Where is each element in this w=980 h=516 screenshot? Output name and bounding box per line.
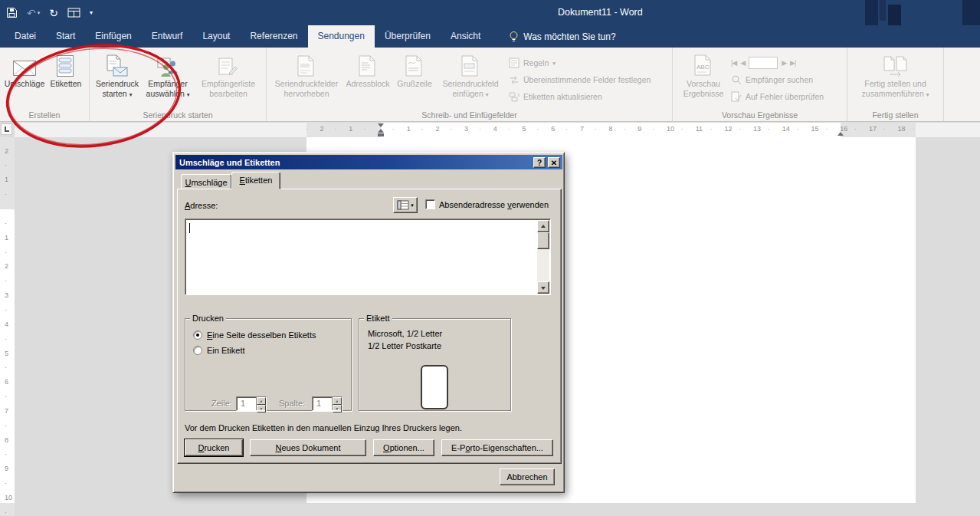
single-label-radio[interactable]: Ein Etikett	[193, 346, 245, 355]
dialog-tab-etiketten[interactable]: Etiketten	[231, 172, 280, 189]
tab-selector[interactable]	[1, 123, 12, 135]
dialog-titlebar[interactable]: Umschläge und Etiketten ? ✕	[175, 155, 562, 169]
etiketten-button[interactable]: Etiketten	[46, 49, 86, 106]
tab-ansicht[interactable]: Ansicht	[441, 25, 490, 48]
tell-me-box[interactable]: Was möchten Sie tun?	[503, 25, 621, 48]
rules-icon	[509, 58, 519, 68]
column-spinner[interactable]: 1 ▲▼	[312, 396, 343, 411]
preview-results-button[interactable]: ABC Vorschau Ergebnisse	[679, 49, 728, 106]
textarea-scrollbar	[537, 220, 549, 294]
group-label-schreib-einfuegefelder: Schreib- und Einfügefelder	[267, 110, 672, 120]
spin-down-icon[interactable]: ▼	[333, 405, 342, 412]
scroll-down-button[interactable]	[537, 281, 549, 294]
save-icon[interactable]	[6, 7, 18, 18]
redo-icon[interactable]: ↻	[49, 8, 58, 18]
find-recipient-button[interactable]: Empfänger suchen	[731, 71, 843, 88]
left-indent-marker[interactable]	[378, 133, 384, 136]
options-button[interactable]: Optionen...	[373, 439, 434, 456]
check-errors-button[interactable]: Auf Fehler überprüfen	[731, 88, 843, 105]
highlight-merge-fields-button[interactable]: Seriendruckfelder hervorheben	[270, 49, 343, 106]
update-labels-button[interactable]: Etiketten aktualisieren	[509, 88, 668, 105]
tab-start[interactable]: Start	[46, 25, 85, 48]
scroll-thumb[interactable]	[537, 232, 549, 249]
radio-button-icon	[193, 346, 202, 355]
insert-merge-field-button[interactable]: Seriendruckfeld einfügen ▾	[437, 49, 504, 106]
tab-referenzen[interactable]: Referenzen	[240, 25, 307, 48]
address-textarea[interactable]	[185, 219, 551, 295]
label-groupbox: Etikett Microsoft, 1/2 Letter 1/2 Letter…	[359, 314, 511, 411]
dropdown-arrow-icon: ▾	[411, 202, 414, 209]
full-page-radio[interactable]: Eine Seite desselben Etiketts	[193, 330, 316, 340]
envelope-icon	[13, 52, 36, 77]
undo-icon[interactable]: ↶▾	[27, 8, 40, 18]
tab-stop-icon	[5, 127, 9, 132]
highlight-merge-fields-icon	[297, 52, 316, 77]
address-label: Adresse:	[185, 201, 218, 210]
hanging-indent-marker[interactable]	[378, 129, 384, 133]
record-number-box[interactable]	[749, 57, 778, 69]
right-indent-marker[interactable]	[837, 132, 844, 136]
touch-mode-icon[interactable]	[67, 8, 80, 18]
select-recipients-button[interactable]: Empfänger auswählen ▾	[143, 49, 193, 106]
address-block-icon	[359, 52, 377, 77]
spin-up-icon[interactable]: ▲	[333, 397, 342, 405]
checkbox-box	[425, 199, 435, 209]
dropdown-arrow-icon: ▾	[129, 91, 133, 98]
address-block-button[interactable]: Adressblock	[343, 49, 392, 106]
tab-datei[interactable]: Datei	[5, 25, 46, 48]
finish-merge-button[interactable]: Fertig stellen und zusammenführen ▾	[854, 49, 937, 106]
match-fields-icon	[509, 74, 519, 85]
new-document-button[interactable]: Neues Dokument	[250, 439, 366, 456]
tab-entwurf[interactable]: Entwurf	[142, 25, 193, 48]
first-line-indent-marker[interactable]	[378, 123, 384, 127]
eporto-properties-button[interactable]: E-Porto-Eigenschaften...	[441, 439, 553, 456]
rules-button[interactable]: Regeln▾	[509, 54, 668, 71]
address-book-icon	[397, 200, 409, 210]
dialog-title: Umschläge und Etiketten	[175, 158, 533, 167]
undo-dropdown-icon[interactable]: ▾	[38, 10, 41, 15]
word-window: ↶▾ ↻ ▾ Dokument11 - Word Datei Start Ein…	[0, 0, 980, 516]
tab-layout[interactable]: Layout	[192, 25, 240, 48]
last-record-icon[interactable]: ▶|	[790, 59, 795, 67]
update-labels-icon	[509, 91, 519, 102]
horizontal-ruler[interactable]: 21123456789101112131415161718···········…	[15, 123, 980, 137]
ribbon-group-schreib-einfuegefelder: Seriendruckfelder hervorheben Adressbloc…	[267, 48, 673, 121]
use-sender-address-checkbox[interactable]: Absenderadresse verwenden	[425, 199, 549, 209]
start-mail-merge-button[interactable]: Seriendruck starten ▾	[92, 49, 143, 106]
dialog-tab-page: Adresse: ▾ Absenderadresse verwenden	[177, 189, 562, 464]
print-button[interactable]: Drucken	[185, 439, 243, 456]
row-label: Zeile:	[211, 399, 232, 408]
insert-merge-field-icon	[461, 52, 480, 77]
customize-qat-icon[interactable]: ▾	[90, 10, 93, 16]
label-product: 1/2 Letter Postkarte	[368, 341, 441, 350]
label-preview	[421, 365, 448, 409]
dialog-tab-umschlaege[interactable]: Umschläge	[181, 174, 231, 189]
dialog-close-button[interactable]: ✕	[548, 157, 560, 168]
tab-sendungen[interactable]: Sendungen	[308, 25, 375, 48]
previous-record-icon[interactable]: ◀	[740, 59, 745, 67]
tab-ueberpruefen[interactable]: Überprüfen	[375, 25, 441, 48]
tab-einfuegen[interactable]: Einfügen	[85, 25, 141, 48]
quick-access-toolbar: ↶▾ ↻ ▾	[6, 0, 93, 25]
match-fields-button[interactable]: Übereinstimmende Felder festlegen	[509, 71, 668, 88]
row-spinner[interactable]: 1 ▲▼	[236, 396, 267, 411]
next-record-icon[interactable]: ▶	[782, 59, 786, 67]
spin-up-icon[interactable]: ▲	[257, 397, 266, 405]
address-book-button[interactable]: ▾	[393, 197, 418, 213]
vertical-ruler[interactable]: 2112345678910··············	[0, 137, 15, 516]
greeting-line-button[interactable]: Grußzeile	[392, 49, 437, 106]
dropdown-arrow-icon: ▾	[552, 60, 556, 67]
start-mail-merge-icon	[107, 52, 128, 77]
first-record-icon[interactable]: |◀	[731, 59, 736, 67]
umschlaege-button[interactable]: Umschläge	[3, 49, 46, 106]
group-label-fertig-stellen: Fertig stellen	[847, 110, 943, 120]
scroll-up-button[interactable]	[537, 220, 549, 232]
dropdown-arrow-icon: ▾	[187, 91, 190, 98]
greeting-line-icon	[405, 52, 424, 77]
dialog-help-button[interactable]: ?	[533, 157, 546, 168]
spin-down-icon[interactable]: ▼	[257, 405, 266, 412]
ribbon-group-fertig-stellen: Fertig stellen und zusammenführen ▾ Fert…	[847, 48, 944, 121]
find-recipient-icon	[731, 74, 742, 85]
cancel-button[interactable]: Abbrechen	[500, 468, 555, 485]
edit-recipient-list-button[interactable]: Empfängerliste bearbeiten	[193, 49, 264, 106]
